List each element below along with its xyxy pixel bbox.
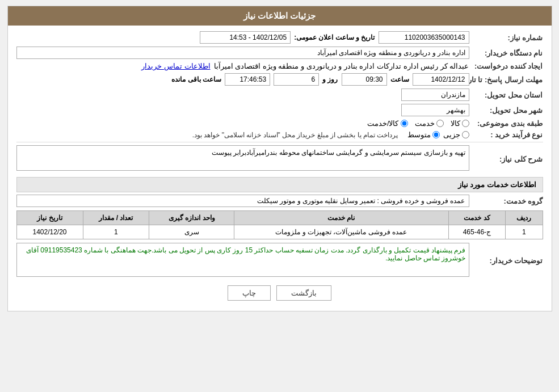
radio-kala-khadamat-label: کالا/خدمت bbox=[367, 119, 399, 128]
radio-motavasset-item: متوسط bbox=[407, 130, 440, 139]
buyer-notes-label: توضیحات خریدار: bbox=[469, 256, 543, 265]
col-row-num: ردیف bbox=[506, 211, 543, 225]
deadline-remaining-label: ساعت باقی مانده bbox=[171, 75, 221, 83]
cell-date: 1402/12/20 bbox=[16, 225, 83, 239]
buyer-notes-textarea[interactable] bbox=[16, 243, 469, 277]
category-radios: کالا خدمت کالا/خدمت bbox=[16, 119, 469, 128]
creator-label: ایجاد کننده درخواست: bbox=[469, 62, 543, 70]
page-title: جزئیات اطلاعات نیاز bbox=[243, 11, 316, 20]
creator-value: عبداله کر رئیس اداره تدارکات اداره بنادر… bbox=[214, 62, 469, 70]
col-quantity: تعداد / مقدار bbox=[83, 211, 149, 225]
back-button[interactable]: بازگشت bbox=[276, 285, 331, 301]
province-row: استان محل تحویل: مازندران bbox=[16, 88, 543, 101]
service-table: ردیف کد خدمت نام خدمت واحد اندازه گیری ت… bbox=[16, 210, 543, 239]
radio-kala[interactable] bbox=[462, 120, 469, 127]
buyer-org-row: نام دستگاه خریدار: اداره بنادر و دریانور… bbox=[16, 47, 543, 59]
cell-code: ج-46-465 bbox=[448, 225, 506, 239]
creator-row: ایجاد کننده درخواست: عبداله کر رئیس ادار… bbox=[16, 62, 543, 70]
cell-service_name: عمده فروشی ماشین‌آلات، تجهیزات و ملزومات bbox=[234, 225, 448, 239]
city-label: شهر محل تحویل: bbox=[469, 106, 543, 115]
description-textarea[interactable] bbox=[16, 145, 469, 171]
table-row: 1ج-46-465عمده فروشی ماشین‌آلات، تجهیزات … bbox=[16, 225, 543, 239]
purchase-note: پرداخت تمام یا بخشی از مبلغ خریداز محل "… bbox=[192, 131, 398, 139]
page-header: جزئیات اطلاعات نیاز bbox=[8, 6, 552, 26]
page-container: جزئیات اطلاعات نیاز شماره نیاز: 11020036… bbox=[7, 6, 552, 311]
deadline-label: مهلت ارسال پاسخ: تا تاریخ: bbox=[469, 75, 543, 84]
buttons-row: بازگشت چاپ bbox=[16, 285, 543, 301]
service-group-label: گروه خدمت: bbox=[469, 197, 543, 205]
cell-quantity: 1 bbox=[83, 225, 149, 239]
need-number-fields: 1102003635000143 تاریخ و ساعت اعلان عموم… bbox=[16, 31, 469, 44]
radio-motavasset[interactable] bbox=[432, 131, 440, 138]
services-section-header: اطلاعات خدمات مورد نیاز bbox=[16, 177, 543, 192]
description-label: شرح کلی نیاز: bbox=[469, 155, 543, 163]
radio-khadamat-item: خدمت bbox=[415, 119, 444, 128]
city-row: شهر محل تحویل: بهشهر bbox=[16, 104, 543, 116]
col-unit: واحد اندازه گیری bbox=[149, 211, 234, 225]
announcement-label: تاریخ و ساعت اعلان عمومی: bbox=[294, 33, 375, 41]
buyer-org-value: اداره بنادر و دریانوردی و منطقه ویژه اقت… bbox=[16, 47, 469, 59]
radio-kala-khadamat-item: کالا/خدمت bbox=[367, 119, 408, 128]
need-number-row: شماره نیاز: 1102003635000143 تاریخ و ساع… bbox=[16, 31, 543, 44]
content-area: شماره نیاز: 1102003635000143 تاریخ و ساع… bbox=[8, 26, 552, 311]
deadline-date: 1402/12/12 bbox=[413, 73, 469, 86]
radio-khadamat-label: خدمت bbox=[415, 119, 435, 128]
radio-kala-khadamat[interactable] bbox=[401, 120, 408, 127]
col-date: تاریخ نیاز bbox=[16, 211, 83, 225]
deadline-days: 6 bbox=[274, 73, 319, 86]
divider-1 bbox=[16, 142, 543, 142]
need-number-label: شماره نیاز: bbox=[469, 33, 543, 42]
province-label: استان محل تحویل: bbox=[469, 91, 543, 99]
cell-unit: سری bbox=[149, 225, 234, 239]
province-value: مازندران bbox=[401, 88, 469, 101]
radio-jozi[interactable] bbox=[462, 131, 469, 138]
buyer-org-label: نام دستگاه خریدار: bbox=[469, 49, 543, 57]
deadline-row: مهلت ارسال پاسخ: تا تاریخ: 1402/12/12 سا… bbox=[16, 73, 543, 86]
service-group-row: گروه خدمت: عمده فروشی و خرده فروشی : تعم… bbox=[16, 195, 543, 207]
buyer-notes-row: توضیحات خریدار: bbox=[16, 243, 543, 279]
radio-khadamat[interactable] bbox=[436, 120, 444, 127]
print-button[interactable]: چاپ bbox=[228, 285, 271, 301]
category-label: طبقه بندی موضوعی: bbox=[469, 119, 543, 128]
purchase-type-row: نوع فرآیند خرید : جزیی متوسط پرداخت تمام… bbox=[16, 130, 543, 139]
table-header-row: ردیف کد خدمت نام خدمت واحد اندازه گیری ت… bbox=[16, 211, 543, 225]
contact-link[interactable]: اطلاعات تماس خریدار bbox=[141, 62, 210, 70]
service-group-value: عمده فروشی و خرده فروشی : تعمیر وسایل نق… bbox=[16, 195, 469, 207]
description-row: شرح کلی نیاز: bbox=[16, 145, 543, 172]
cell-row_num: 1 bbox=[506, 225, 543, 239]
deadline-remaining: 17:46:53 bbox=[225, 73, 270, 86]
announcement-value: 1402/12/05 - 14:53 bbox=[200, 31, 291, 44]
deadline-time-label: ساعت bbox=[390, 75, 409, 83]
deadline-day-label: روز و bbox=[322, 75, 338, 83]
radio-kala-label: کالا bbox=[451, 119, 460, 128]
deadline-time: 09:30 bbox=[342, 73, 387, 86]
col-code: کد خدمت bbox=[448, 211, 506, 225]
col-service-name: نام خدمت bbox=[234, 211, 448, 225]
radio-kala-item: کالا bbox=[451, 119, 469, 128]
purchase-type-label: نوع فرآیند خرید : bbox=[469, 130, 543, 139]
radio-jozi-item: جزیی bbox=[443, 130, 469, 139]
category-row: طبقه بندی موضوعی: کالا خدمت کالا/خدمت bbox=[16, 119, 543, 128]
radio-jozi-label: جزیی bbox=[443, 130, 460, 139]
radio-motavasset-label: متوسط bbox=[407, 130, 431, 139]
need-number-value: 1102003635000143 bbox=[379, 31, 469, 44]
city-value: بهشهر bbox=[401, 104, 469, 116]
